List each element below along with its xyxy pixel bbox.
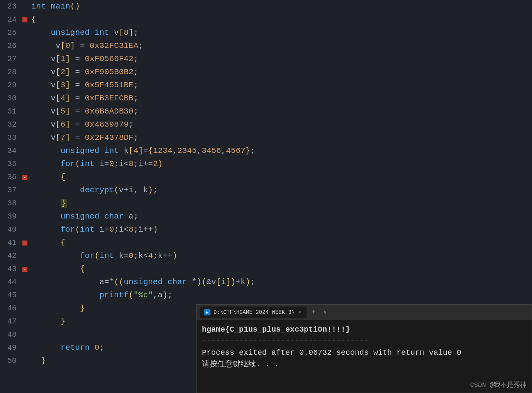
terminal-tab-close[interactable]: ✕ <box>298 308 302 316</box>
fold-indicator-47 <box>21 315 28 328</box>
fold-indicator-30 <box>21 92 28 105</box>
line-number-50: 50 <box>0 354 21 368</box>
code-content-32: v[6] = 0x4839879; <box>28 118 532 131</box>
code-content-44: a=*((unsigned char *)(&v[i])+k); <box>28 276 532 289</box>
code-line-24: 24 - { <box>0 13 532 26</box>
code-content-28: v[2] = 0xF905B0B2; <box>28 66 532 79</box>
line-number-46: 46 <box>0 302 21 315</box>
code-content-41: { <box>28 236 532 249</box>
line-number-35: 35 <box>0 158 21 171</box>
line-number-32: 32 <box>0 118 21 131</box>
terminal-icon: ▶ <box>204 309 210 315</box>
code-content-35: for(int i=0;i<8;i+=2) <box>28 158 532 171</box>
line-number-47: 47 <box>0 315 21 328</box>
code-line-32: 32 v[6] = 0x4839879; <box>0 118 532 131</box>
line-number-25: 25 <box>0 26 21 39</box>
fold-box-41[interactable]: - <box>22 241 27 246</box>
terminal-flag-line: hgame{C_p1us_plus_exc3pti0n!!!!} <box>202 324 526 335</box>
line-number-33: 33 <box>0 131 21 144</box>
code-content-25: unsigned int v[8]; <box>28 26 532 39</box>
code-content-40: for(int i=0;i<8;i++) <box>28 223 532 236</box>
fold-indicator-50 <box>21 354 28 368</box>
code-line-35: 35 for(int i=0;i<8;i+=2) <box>0 158 532 171</box>
line-number-44: 44 <box>0 276 21 289</box>
code-content-36: { <box>28 171 532 184</box>
code-line-45: 45 printf("%c",a); <box>0 289 532 302</box>
terminal-tab-label: D:\CTF\HGAME 2024 WEEK 3\ <box>213 309 295 315</box>
code-content-31: v[5] = 0x6B6ADB30; <box>28 105 532 118</box>
fold-box-24[interactable]: - <box>22 17 27 22</box>
fold-indicator-33 <box>21 131 28 144</box>
fold-indicator-28 <box>21 66 28 79</box>
terminal-tab-bar: ▶ D:\CTF\HGAME 2024 WEEK 3\ ✕ + ∨ <box>197 305 532 320</box>
code-content-39: unsigned char a; <box>28 210 532 223</box>
line-number-45: 45 <box>0 289 21 302</box>
code-content-38: } <box>28 197 532 210</box>
line-number-34: 34 <box>0 144 21 158</box>
fold-indicator-29 <box>21 79 28 92</box>
code-line-23: 23 int main() <box>0 0 532 13</box>
fold-indicator-42 <box>21 249 28 263</box>
code-line-27: 27 v[1] = 0xF0566F42; <box>0 53 532 66</box>
csdn-watermark: CSDN @我不是秀神 <box>470 380 527 389</box>
fold-indicator-35 <box>21 158 28 171</box>
code-line-28: 28 v[2] = 0xF905B0B2; <box>0 66 532 79</box>
fold-indicator-43: - <box>21 263 28 276</box>
line-number-29: 29 <box>0 79 21 92</box>
code-content-30: v[4] = 0xFB3EFCBB; <box>28 92 532 105</box>
fold-indicator-46 <box>21 302 28 315</box>
line-number-42: 42 <box>0 249 21 263</box>
code-line-34: 34 unsigned int k[4]={1234,2345,3456,456… <box>0 144 532 158</box>
fold-indicator-36: - <box>21 171 28 184</box>
code-content-43: { <box>28 263 532 276</box>
code-line-26: 26 v[0] = 0x32FC31EA; <box>0 39 532 53</box>
code-content-26: v[0] = 0x32FC31EA; <box>28 39 532 53</box>
fold-indicator-26 <box>21 39 28 53</box>
code-line-43: 43 - { <box>0 263 532 276</box>
terminal-prompt-line: 请按任意键继续. . . <box>202 359 526 370</box>
code-content-37: decrypt(v+i, k); <box>28 184 532 197</box>
fold-indicator-37 <box>21 184 28 197</box>
line-number-27: 27 <box>0 53 21 66</box>
code-line-29: 29 v[3] = 0x5F4551BE; <box>0 79 532 92</box>
fold-box-43[interactable]: - <box>22 267 27 272</box>
code-line-30: 30 v[4] = 0xFB3EFCBB; <box>0 92 532 105</box>
fold-indicator-24: - <box>21 13 28 26</box>
fold-box-36[interactable]: - <box>22 175 27 180</box>
fold-indicator-39 <box>21 210 28 223</box>
terminal-tab[interactable]: ▶ D:\CTF\HGAME 2024 WEEK 3\ ✕ <box>200 307 307 318</box>
code-line-42: 42 for(int k=0;k<4;k++) <box>0 249 532 263</box>
line-number-36: 36 <box>0 171 21 184</box>
code-line-33: 33 v[7] = 0x2F4378DF; <box>0 131 532 144</box>
line-number-30: 30 <box>0 92 21 105</box>
fold-indicator-49 <box>21 341 28 354</box>
line-number-23: 23 <box>0 0 21 13</box>
line-number-37: 37 <box>0 184 21 197</box>
code-line-44: 44 a=*((unsigned char *)(&v[i])+k); <box>0 276 532 289</box>
fold-indicator-31 <box>21 105 28 118</box>
fold-indicator-41: - <box>21 236 28 249</box>
line-number-49: 49 <box>0 341 21 354</box>
code-line-39: 39 unsigned char a; <box>0 210 532 223</box>
fold-indicator-40 <box>21 223 28 236</box>
fold-indicator-23 <box>21 0 28 13</box>
code-line-41: 41 - { <box>0 236 532 249</box>
terminal-process-line: Process exited after 0.06732 seconds wit… <box>202 347 526 359</box>
terminal-divider: ------------------------------------ <box>202 335 526 347</box>
fold-indicator-32 <box>21 118 28 131</box>
code-content-33: v[7] = 0x2F4378DF; <box>28 131 532 144</box>
code-content-24: { <box>28 13 532 26</box>
fold-indicator-45 <box>21 289 28 302</box>
line-number-39: 39 <box>0 210 21 223</box>
terminal-dropdown-button[interactable]: ∨ <box>320 308 330 317</box>
code-line-31: 31 v[5] = 0x6B6ADB30; <box>0 105 532 118</box>
line-number-28: 28 <box>0 66 21 79</box>
line-number-26: 26 <box>0 39 21 53</box>
code-content-45: printf("%c",a); <box>28 289 532 302</box>
terminal-add-button[interactable]: + <box>308 307 319 318</box>
code-content-42: for(int k=0;k<4;k++) <box>28 249 532 263</box>
fold-indicator-27 <box>21 53 28 66</box>
line-number-24: 24 <box>0 13 21 26</box>
line-number-48: 48 <box>0 328 21 341</box>
terminal-panel: ▶ D:\CTF\HGAME 2024 WEEK 3\ ✕ + ∨ hgame{… <box>196 304 532 393</box>
